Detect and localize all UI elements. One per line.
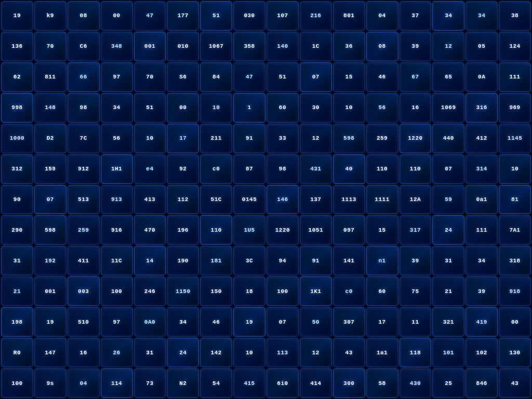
cell-8-6: 181 <box>200 246 232 275</box>
cell-0-2: 08 <box>68 1 100 31</box>
cell-11-8: 113 <box>267 338 299 367</box>
cell-10-14: 419 <box>466 307 498 337</box>
cell-8-2: 411 <box>68 246 100 275</box>
cell-11-1: 147 <box>34 338 66 367</box>
cell-8-4: 14 <box>134 246 166 275</box>
cell-4-12: 1220 <box>400 124 432 153</box>
cell-6-14: 0a1 <box>466 185 498 215</box>
cell-4-4: 10 <box>134 124 166 153</box>
cell-10-9: 50 <box>300 307 332 337</box>
cell-1-8: 140 <box>267 32 299 61</box>
cell-9-13: 21 <box>432 276 464 306</box>
cell-0-13: 34 <box>432 1 464 31</box>
cell-12-4: 73 <box>134 368 166 398</box>
cell-0-1: k9 <box>34 1 66 31</box>
cell-1-15: 124 <box>499 32 531 61</box>
cell-5-14: 314 <box>466 154 498 184</box>
cell-11-9: 12 <box>300 338 332 367</box>
cell-12-15: 43 <box>499 368 531 398</box>
cell-5-0: 312 <box>1 154 33 184</box>
cell-0-11: 04 <box>366 1 398 31</box>
cell-8-5: 190 <box>167 246 199 275</box>
cell-7-2: 259 <box>68 215 100 245</box>
cell-10-2: 510 <box>68 307 100 337</box>
cell-8-15: 318 <box>499 246 531 275</box>
cell-12-13: 25 <box>432 368 464 398</box>
cell-2-14: 0A <box>466 62 498 92</box>
cell-2-9: 07 <box>300 62 332 92</box>
cell-8-13: 31 <box>432 246 464 275</box>
cell-9-6: 150 <box>200 276 232 306</box>
cell-1-13: 12 <box>432 32 464 61</box>
cell-3-4: 51 <box>134 93 166 123</box>
cell-2-11: 46 <box>366 62 398 92</box>
cell-4-3: 56 <box>101 124 133 153</box>
cell-0-6: 51 <box>200 1 232 31</box>
cell-1-5: 010 <box>167 32 199 61</box>
cell-1-7: 358 <box>233 32 265 61</box>
cell-10-15: 00 <box>499 307 531 337</box>
cell-3-15: 969 <box>499 93 531 123</box>
cell-3-3: 34 <box>101 93 133 123</box>
cell-11-15: 130 <box>499 338 531 367</box>
cell-0-12: 37 <box>400 1 432 31</box>
cell-7-9: 1051 <box>300 215 332 245</box>
cell-11-6: 142 <box>200 338 232 367</box>
cell-12-6: 54 <box>200 368 232 398</box>
cell-5-13: 07 <box>432 154 464 184</box>
cell-5-9: 431 <box>300 154 332 184</box>
cell-2-5: S6 <box>167 62 199 92</box>
cell-10-0: 198 <box>1 307 33 337</box>
cell-7-1: 598 <box>34 215 66 245</box>
cell-4-5: 17 <box>167 124 199 153</box>
cell-6-11: 1111 <box>366 185 398 215</box>
cell-3-6: 10 <box>200 93 232 123</box>
number-grid: 19k9080047177510301072168010437343438136… <box>0 0 532 399</box>
cell-4-0: 1000 <box>1 124 33 153</box>
cell-6-13: 59 <box>432 185 464 215</box>
cell-7-6: 110 <box>200 215 232 245</box>
cell-3-5: 00 <box>167 93 199 123</box>
cell-8-3: 11C <box>101 246 133 275</box>
cell-12-2: 04 <box>68 368 100 398</box>
cell-7-15: 7A1 <box>499 215 531 245</box>
cell-6-6: 51C <box>200 185 232 215</box>
cell-8-11: n1 <box>366 246 398 275</box>
cell-8-8: 94 <box>267 246 299 275</box>
cell-2-4: 70 <box>134 62 166 92</box>
cell-1-6: 1067 <box>200 32 232 61</box>
cell-5-10: 40 <box>333 154 365 184</box>
cell-3-2: 98 <box>68 93 100 123</box>
cell-12-14: 846 <box>466 368 498 398</box>
cell-4-13: 440 <box>432 124 464 153</box>
cell-12-9: 414 <box>300 368 332 398</box>
cell-0-8: 107 <box>267 1 299 31</box>
cell-12-10: 300 <box>333 368 365 398</box>
cell-1-4: 001 <box>134 32 166 61</box>
cell-6-7: 0145 <box>233 185 265 215</box>
cell-7-3: 916 <box>101 215 133 245</box>
cell-0-14: 34 <box>466 1 498 31</box>
cell-9-7: 18 <box>233 276 265 306</box>
cell-5-4: e4 <box>134 154 166 184</box>
cell-4-6: 211 <box>200 124 232 153</box>
cell-12-11: 58 <box>366 368 398 398</box>
cell-12-1: 9s <box>34 368 66 398</box>
cell-7-13: 24 <box>432 215 464 245</box>
cell-6-2: 513 <box>68 185 100 215</box>
cell-10-8: 07 <box>267 307 299 337</box>
cell-9-14: 39 <box>466 276 498 306</box>
cell-7-10: 097 <box>333 215 365 245</box>
cell-4-8: 33 <box>267 124 299 153</box>
cell-6-4: 413 <box>134 185 166 215</box>
cell-7-11: 15 <box>366 215 398 245</box>
cell-8-1: 192 <box>34 246 66 275</box>
cell-9-1: 001 <box>34 276 66 306</box>
cell-10-6: 46 <box>200 307 232 337</box>
cell-5-7: 87 <box>233 154 265 184</box>
cell-5-2: 912 <box>68 154 100 184</box>
cell-10-7: 19 <box>233 307 265 337</box>
cell-7-14: 111 <box>466 215 498 245</box>
cell-11-5: 24 <box>167 338 199 367</box>
cell-0-5: 177 <box>167 1 199 31</box>
